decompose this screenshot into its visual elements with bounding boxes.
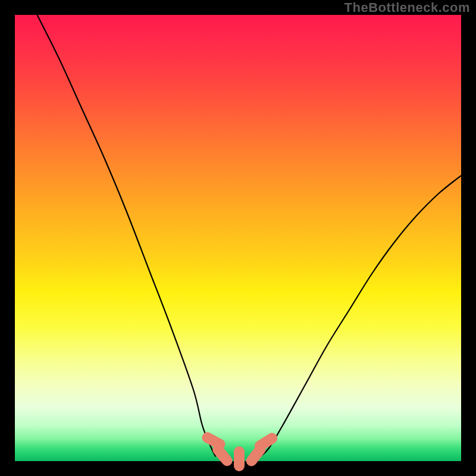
right-curve bbox=[261, 176, 462, 457]
left-curve bbox=[37, 15, 216, 457]
watermark-text: TheBottleneck.com bbox=[345, 0, 470, 15]
trough-marker-bottom bbox=[234, 446, 245, 471]
curves-layer bbox=[15, 15, 461, 461]
